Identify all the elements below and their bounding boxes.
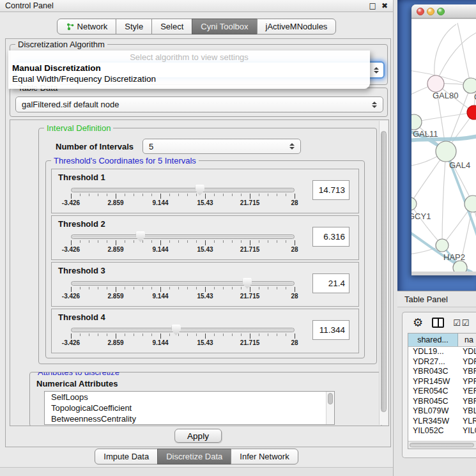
minimize-traffic-light-icon[interactable] <box>427 8 434 15</box>
numerical-attributes-list[interactable]: SelfLoops TopologicalCoefficient Between… <box>44 391 335 425</box>
slider-track[interactable] <box>71 188 295 192</box>
tick-label: 15.43 <box>197 339 213 346</box>
column-header-name[interactable]: na <box>458 334 476 346</box>
slider-tick-labels: -3.426 2.859 9.144 15.43 21.715 28 <box>71 339 295 346</box>
node-gal80 <box>427 75 444 92</box>
table-data-combobox[interactable]: galFiltered.sif default node <box>15 96 383 112</box>
threshold-label: Threshold 2 <box>58 219 352 229</box>
network-graph: GAL80 GA GAL11 C GAL4 GCY1 H HAP2 <box>411 19 476 272</box>
table-row[interactable]: YDL19...YDL1 <box>408 347 476 357</box>
tick-label: 2.859 <box>107 199 123 206</box>
checkbox-icons[interactable]: ☑☑ <box>453 319 470 327</box>
table-row[interactable]: YPR145WYPR1 <box>408 377 476 387</box>
algorithm-option-manual[interactable]: Manual Discretization <box>11 63 367 74</box>
table-row[interactable]: YER054CYER0 <box>408 387 476 397</box>
tab-infer-network[interactable]: Infer Network <box>231 449 298 464</box>
number-of-intervals-combobox[interactable]: 5 <box>142 139 301 154</box>
network-window-titlebar[interactable] <box>411 4 476 19</box>
list-item[interactable]: TopologicalCoefficient <box>45 403 334 413</box>
threshold-4-value-field[interactable]: 11.344 <box>312 320 349 340</box>
table-horizontal-scrollbar[interactable] <box>408 441 476 449</box>
table-row[interactable]: YBR045CYBR0 <box>408 397 476 407</box>
tab-jactivemnodules[interactable]: jActiveMNodules <box>257 19 337 35</box>
table-row[interactable]: YDR27...YDR2 <box>408 357 476 367</box>
node-right-top <box>463 78 476 93</box>
threshold-2-row: Threshold 2 -3.426 2.859 9.144 <box>51 215 359 260</box>
close-traffic-light-icon[interactable] <box>417 8 424 15</box>
node-label: GAL4 <box>449 160 470 170</box>
tab-cyni-toolbox[interactable]: Cyni Toolbox <box>192 19 257 35</box>
threshold-label: Threshold 4 <box>58 312 352 322</box>
column-header-shared-name[interactable]: shared... <box>408 334 458 346</box>
tab-impute-data[interactable]: Impute Data <box>95 449 158 464</box>
table-header: shared... na <box>408 334 476 347</box>
node-hap2 <box>436 239 449 252</box>
table-row[interactable]: YIL052CYIL0 <box>408 426 476 436</box>
tick-label: 21.715 <box>240 199 260 206</box>
apply-button[interactable]: Apply <box>174 429 222 443</box>
interval-definition-group: Interval Definition Number of Intervals … <box>38 128 377 364</box>
close-icon[interactable]: ✖ <box>381 2 388 10</box>
algorithm-option-equal-width[interactable]: Equal Width/Frequency Discretization <box>11 74 367 85</box>
tab-select[interactable]: Select <box>151 19 192 35</box>
node-label: GAL11 <box>413 129 438 139</box>
top-tabbar: Network Style Select Cyni Toolbox jActiv… <box>0 19 393 35</box>
threshold-2-slider[interactable]: -3.426 2.859 9.144 15.43 21.715 28 <box>71 234 295 253</box>
list-scrollbar[interactable] <box>326 392 334 424</box>
table-row[interactable]: YLR345WYLR3 <box>408 417 476 427</box>
node-label: HAP2 <box>443 252 465 262</box>
tab-label: Impute Data <box>104 452 149 461</box>
list-item[interactable]: SelfLoops <box>45 392 334 403</box>
gear-icon[interactable]: ⚙ <box>413 317 423 328</box>
tab-discretize-data[interactable]: Discretize Data <box>157 449 231 464</box>
threshold-3-value-field[interactable]: 21.4 <box>312 273 349 293</box>
tab-label: Select <box>160 22 183 31</box>
network-view-window[interactable]: GAL80 GA GAL11 C GAL4 GCY1 H HAP2 <box>411 4 476 275</box>
threshold-4-slider[interactable]: -3.426 2.859 9.144 15.43 21.715 28 <box>71 328 295 346</box>
slider-track[interactable] <box>71 328 295 332</box>
table-data-group: Table Data galFiltered.sif default node <box>10 88 388 117</box>
float-window-icon[interactable]: □ <box>369 2 376 10</box>
threshold-1-value-field[interactable]: 14.713 <box>312 180 349 200</box>
tick-label: 9.144 <box>152 293 168 300</box>
numerical-attributes-label: Numerical Attributes <box>36 379 375 388</box>
scrollbar-thumb[interactable] <box>410 443 474 447</box>
slider-ticks <box>71 287 295 292</box>
table-panel-toolbar: ⚙ ☑☑ <box>403 312 476 333</box>
slider-track[interactable] <box>71 281 295 286</box>
combo-arrows-icon <box>372 102 377 108</box>
combo-arrows-icon <box>289 143 295 150</box>
tick-label: 21.715 <box>240 293 260 300</box>
threshold-3-row: Threshold 3 -3.426 2.859 9.144 <box>51 262 359 307</box>
tick-label: 15.43 <box>197 293 213 300</box>
table-row[interactable]: YBR043CYBR0 <box>408 367 476 377</box>
threshold-4-row: Threshold 4 -3.426 2.859 9.144 <box>51 309 359 353</box>
tick-label: 2.859 <box>107 293 123 300</box>
threshold-label: Threshold 3 <box>58 266 352 275</box>
tab-style[interactable]: Style <box>116 19 152 35</box>
threshold-1-row: Threshold 1 -3.426 2.859 9.144 <box>51 169 359 213</box>
node-table[interactable]: shared... na YDL19...YDL1 YDR27...YDR2 Y… <box>408 333 476 449</box>
tab-label: jActiveMNodules <box>266 22 328 31</box>
threshold-3-slider[interactable]: -3.426 2.859 9.144 15.43 21.715 28 <box>71 281 295 300</box>
table-panel: ⚙ ☑☑ shared... na YDL19...YDL1 YDR27...Y… <box>402 312 476 458</box>
main-scrollbar[interactable] <box>379 121 388 425</box>
settings-scroll-pane: Interval Definition Number of Intervals … <box>10 119 389 426</box>
threshold-2-value-field[interactable]: 6.316 <box>312 227 349 247</box>
tab-label: Style <box>125 22 143 31</box>
group-title: Threshold's Coordinates for 5 Intervals <box>51 156 199 165</box>
tick-label: -3.426 <box>62 339 80 346</box>
slider-track[interactable] <box>71 234 295 239</box>
combo-value: galFiltered.sif default node <box>22 100 119 109</box>
combo-arrows-icon <box>374 67 379 73</box>
tab-network[interactable]: Network <box>57 19 117 35</box>
network-canvas[interactable]: GAL80 GA GAL11 C GAL4 GCY1 H HAP2 <box>411 19 476 272</box>
column-layout-icon[interactable] <box>432 318 444 328</box>
threshold-1-slider[interactable]: -3.426 2.859 9.144 15.43 21.715 28 <box>71 188 295 206</box>
zoom-traffic-light-icon[interactable] <box>437 8 445 15</box>
tick-label: 28 <box>291 246 298 253</box>
table-row[interactable]: YBL079WYBL0 <box>408 406 476 417</box>
list-item[interactable]: BetweennessCentrality <box>45 413 334 424</box>
scrollbar-thumb[interactable] <box>381 131 387 412</box>
tab-label: Cyni Toolbox <box>201 22 248 31</box>
